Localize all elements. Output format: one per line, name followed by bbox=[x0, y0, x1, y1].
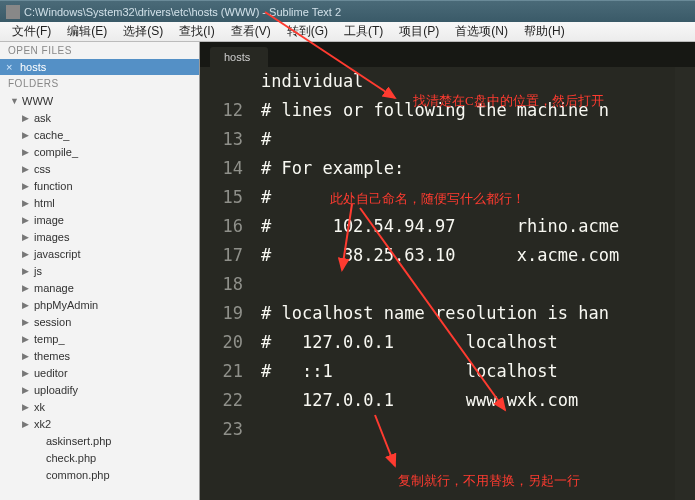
menu-goto[interactable]: 转到(G) bbox=[279, 21, 336, 42]
tree-folder[interactable]: ▶xk2 bbox=[4, 415, 199, 432]
tree-folder[interactable]: ▶xk bbox=[4, 398, 199, 415]
tree-folder[interactable]: ▶phpMyAdmin bbox=[4, 296, 199, 313]
tree-folder[interactable]: ▶html bbox=[4, 194, 199, 211]
tree-folder[interactable]: ▶themes bbox=[4, 347, 199, 364]
tree-folder[interactable]: ▶manage bbox=[4, 279, 199, 296]
title-text: C:\Windows\System32\drivers\etc\hosts (W… bbox=[24, 6, 341, 18]
tree-folder[interactable]: ▶function bbox=[4, 177, 199, 194]
sidebar: OPEN FILES hosts FOLDERS ▼WWW ▶ask▶cache… bbox=[0, 42, 200, 500]
tree-folder[interactable]: ▶cache_ bbox=[4, 126, 199, 143]
folders-header: FOLDERS bbox=[0, 75, 199, 92]
folder-tree: ▼WWW ▶ask▶cache_▶compile_▶css▶function▶h… bbox=[0, 92, 199, 483]
menu-project[interactable]: 项目(P) bbox=[391, 21, 447, 42]
minimap[interactable] bbox=[675, 67, 695, 500]
tree-file[interactable]: common.php bbox=[4, 466, 199, 483]
tree-folder[interactable]: ▶session bbox=[4, 313, 199, 330]
menu-help[interactable]: 帮助(H) bbox=[516, 21, 573, 42]
open-file-hosts[interactable]: hosts bbox=[0, 59, 199, 75]
tree-folder[interactable]: ▶ask bbox=[4, 109, 199, 126]
menu-view[interactable]: 查看(V) bbox=[223, 21, 279, 42]
tab-hosts[interactable]: hosts bbox=[210, 47, 268, 67]
open-files-header: OPEN FILES bbox=[0, 42, 199, 59]
tree-folder[interactable]: ▶ueditor bbox=[4, 364, 199, 381]
menu-tools[interactable]: 工具(T) bbox=[336, 21, 391, 42]
menu-file[interactable]: 文件(F) bbox=[4, 21, 59, 42]
tree-folder[interactable]: ▶images bbox=[4, 228, 199, 245]
gutter: 121314151617181920212223 bbox=[200, 67, 255, 500]
code-area[interactable]: 121314151617181920212223 individual# lin… bbox=[200, 67, 695, 500]
menubar: 文件(F) 编辑(E) 选择(S) 查找(I) 查看(V) 转到(G) 工具(T… bbox=[0, 22, 695, 42]
tree-folder[interactable]: ▶uploadify bbox=[4, 381, 199, 398]
tree-folder[interactable]: ▶compile_ bbox=[4, 143, 199, 160]
tree-root[interactable]: ▼WWW bbox=[4, 92, 199, 109]
code-content[interactable]: individual# lines or following the machi… bbox=[261, 67, 675, 500]
tree-file[interactable]: check.php bbox=[4, 449, 199, 466]
titlebar: C:\Windows\System32\drivers\etc\hosts (W… bbox=[0, 0, 695, 22]
editor: hosts 121314151617181920212223 individua… bbox=[200, 42, 695, 500]
menu-edit[interactable]: 编辑(E) bbox=[59, 21, 115, 42]
menu-prefs[interactable]: 首选项(N) bbox=[447, 21, 516, 42]
tree-folder[interactable]: ▶javascript bbox=[4, 245, 199, 262]
tree-file[interactable]: askinsert.php bbox=[4, 432, 199, 449]
menu-find[interactable]: 查找(I) bbox=[171, 21, 222, 42]
tree-folder[interactable]: ▶temp_ bbox=[4, 330, 199, 347]
tree-folder[interactable]: ▶image bbox=[4, 211, 199, 228]
tree-folder[interactable]: ▶js bbox=[4, 262, 199, 279]
tabs: hosts bbox=[200, 42, 695, 67]
tree-folder[interactable]: ▶css bbox=[4, 160, 199, 177]
menu-select[interactable]: 选择(S) bbox=[115, 21, 171, 42]
app-icon bbox=[6, 5, 20, 19]
